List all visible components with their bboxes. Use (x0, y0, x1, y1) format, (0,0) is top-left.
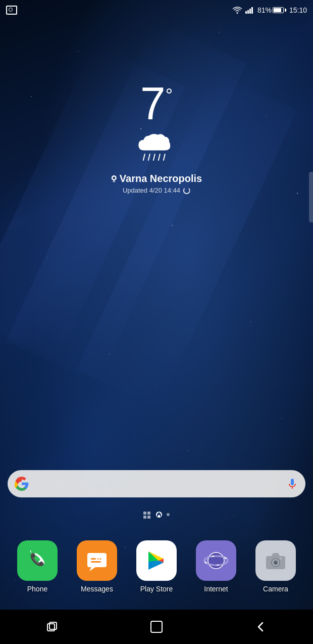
svg-rect-1 (245, 11, 247, 14)
svg-marker-30 (272, 553, 280, 556)
svg-text:📞: 📞 (30, 552, 45, 567)
page-dot-1 (143, 511, 151, 519)
location-row: Varna Necropolis (111, 173, 202, 185)
page-indicators (143, 511, 170, 519)
svg-rect-2 (247, 10, 249, 14)
svg-point-34 (280, 558, 282, 560)
play-store-app-icon[interactable] (136, 540, 177, 581)
svg-line-9 (164, 154, 165, 160)
svg-point-11 (113, 176, 115, 179)
google-logo (15, 477, 29, 491)
svg-marker-19 (89, 567, 95, 571)
navigation-bar (0, 610, 313, 644)
svg-rect-37 (151, 621, 162, 632)
play-store-label: Play Store (140, 585, 173, 593)
svg-point-22 (100, 558, 101, 560)
phone-app-icon[interactable]: 📞 (17, 540, 58, 581)
play-store-app[interactable]: Play Store (136, 540, 177, 593)
svg-point-0 (236, 12, 238, 14)
status-bar: 81% 15:10 (0, 0, 313, 20)
search-input[interactable] (34, 470, 281, 497)
home-button[interactable] (141, 617, 172, 637)
svg-rect-4 (251, 7, 253, 14)
svg-rect-13 (147, 512, 150, 515)
svg-rect-15 (147, 516, 150, 519)
page-dot-2 (167, 513, 170, 516)
mic-icon[interactable] (286, 478, 298, 490)
status-left (6, 6, 17, 15)
battery-percent: 81% (257, 6, 272, 14)
svg-line-5 (143, 154, 145, 160)
svg-rect-12 (143, 512, 146, 515)
camera-app[interactable]: Camera (255, 540, 296, 593)
degree-symbol: ° (166, 85, 173, 106)
phone-app[interactable]: 📞 Phone (17, 540, 58, 593)
photo-notification-icon (6, 6, 17, 15)
refresh-icon[interactable] (183, 187, 190, 194)
svg-line-7 (153, 154, 155, 160)
internet-app[interactable]: Internet (196, 540, 236, 593)
svg-rect-20 (91, 558, 96, 560)
page-home-dot (155, 511, 163, 518)
messages-app[interactable]: Messages (77, 540, 117, 593)
weather-icon (134, 129, 179, 169)
camera-label: Camera (263, 585, 288, 593)
phone-label: Phone (27, 585, 47, 593)
svg-rect-18 (87, 553, 107, 567)
messages-app-icon[interactable] (77, 540, 117, 581)
location-name: Varna Necropolis (120, 173, 202, 185)
wifi-icon (232, 6, 242, 14)
back-button[interactable] (246, 617, 276, 637)
temperature: 7 (140, 81, 166, 126)
svg-rect-14 (143, 516, 146, 519)
svg-point-33 (274, 561, 277, 564)
updated-text: Updated 4/20 14:44 (123, 187, 190, 194)
svg-rect-21 (91, 561, 101, 563)
signal-icon (245, 7, 254, 14)
app-dock: 📞 Phone Messages (0, 524, 313, 610)
edge-handle[interactable] (309, 172, 313, 222)
location-pin-icon (111, 175, 117, 183)
camera-app-icon[interactable] (255, 540, 296, 581)
svg-line-6 (148, 154, 150, 160)
svg-line-8 (159, 154, 160, 160)
svg-rect-3 (249, 9, 251, 14)
google-search-bar[interactable] (8, 470, 305, 497)
status-right: 81% 15:10 (232, 6, 307, 14)
battery: 81% (257, 6, 286, 14)
internet-app-icon[interactable] (196, 540, 236, 581)
recents-button[interactable] (37, 617, 67, 637)
internet-label: Internet (204, 585, 228, 593)
messages-label: Messages (81, 585, 113, 593)
weather-widget: 7 ° Varna Necropolis Updated 4/20 14:44 (111, 81, 202, 194)
time-display: 15:10 (289, 6, 307, 14)
svg-point-23 (97, 558, 99, 560)
